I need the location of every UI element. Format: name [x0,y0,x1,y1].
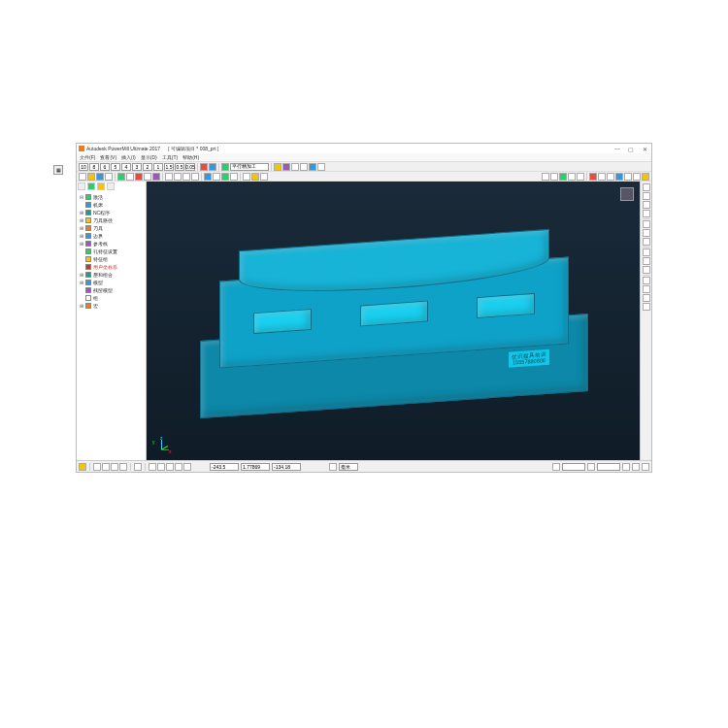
file-save-icon[interactable] [96,173,104,181]
print-icon[interactable] [105,173,113,181]
tree-toolpaths[interactable]: ⊞刀具路径 [79,216,144,224]
simulate-icon[interactable] [221,173,229,181]
view4-icon[interactable] [624,173,632,181]
leads-icon[interactable] [126,173,134,181]
wire-mode-icon[interactable] [643,257,650,265]
vm-icon-2[interactable] [102,463,110,471]
tb-num-5[interactable]: 3 [132,163,142,171]
viewcube[interactable] [620,187,634,201]
iso-view-icon[interactable] [643,183,650,191]
tb-icon-g[interactable] [300,163,308,171]
vm-icon-1[interactable] [93,463,101,471]
shade-mode-icon[interactable] [643,248,650,256]
tree-featuregroup[interactable]: 特征组 [79,255,144,263]
tree-tools[interactable]: ⊞刀具 [79,224,144,232]
menu-help[interactable]: 帮助(H) [182,154,200,160]
tree-macros[interactable]: ⊞宏 [79,302,144,310]
play-icon[interactable] [559,173,567,181]
accuracy-icon[interactable] [587,463,595,471]
vm-icon-3[interactable] [111,463,118,471]
tree-workplanes[interactable]: 用户坐标系 [79,263,144,271]
cm-icon-3[interactable] [166,463,174,471]
play-back-icon[interactable] [550,173,558,181]
sidebar-tab-2[interactable] [87,182,95,190]
tree-stockmodels[interactable]: 残留模型 [79,286,144,294]
unit-field[interactable]: 毫米 [339,463,358,471]
coord-y-field[interactable]: 1.77869 [241,463,270,471]
file-open-icon[interactable] [87,173,95,181]
acc-field[interactable] [597,463,620,471]
tb-num-2[interactable]: 6 [100,163,110,171]
cm-icon-2[interactable] [157,463,165,471]
tb-num-8[interactable]: 1.5 [164,163,174,171]
tool-vis-icon[interactable] [643,294,650,302]
tb-num-10[interactable]: 0.05 [185,163,195,171]
view2-icon[interactable] [607,173,614,181]
tree-groups[interactable]: 组 [79,294,144,302]
tb-num-4[interactable]: 4 [121,163,131,171]
play-start-icon[interactable] [542,173,549,181]
cm-icon-4[interactable] [175,463,182,471]
block-vis-icon[interactable] [643,277,650,284]
tb-num-9[interactable]: 0.5 [175,163,184,171]
zoom-in-icon[interactable] [643,229,650,237]
view1-icon[interactable] [598,173,606,181]
sidebar-tab-4[interactable] [107,182,115,190]
rapid-icon[interactable] [135,173,143,181]
tree-boundaries[interactable]: ⊞边界 [79,232,144,240]
tb-num-3[interactable]: 5 [111,163,120,171]
tb-icon-d[interactable] [274,163,281,171]
menu-file[interactable]: 文件(F) [79,154,96,160]
thickness-icon[interactable] [152,173,160,181]
zoom-icon[interactable] [182,173,190,181]
sidebar-tab-3[interactable] [97,182,105,190]
coord-x-field[interactable]: -243.5 [210,463,239,471]
tb-icon-i[interactable] [317,163,325,171]
view3-icon[interactable] [615,173,623,181]
tol-field[interactable] [562,463,585,471]
pan-icon[interactable] [174,173,182,181]
view5-icon[interactable] [633,173,641,181]
3d-viewport[interactable]: 优识模具培训 15557880808 z y x [147,182,640,460]
tree-machine[interactable]: 机床 [79,201,144,209]
menu-view[interactable]: 查看(V) [99,154,117,160]
tp-vis-icon[interactable] [643,303,650,311]
snap-icon[interactable] [134,463,142,471]
tree-nc[interactable]: ⊞NC程序 [79,209,144,216]
tb-icon-f[interactable] [291,163,299,171]
cm-icon-5[interactable] [183,463,191,471]
tree-models[interactable]: ⊞模型 [79,279,144,286]
maximize-button[interactable]: ▢ [626,145,636,152]
tree-featuresets[interactable]: 孔特征设置 [79,248,144,255]
tb-num-6[interactable]: 2 [143,163,152,171]
wireframe-icon[interactable] [213,173,220,181]
status-tool-icon[interactable] [79,463,86,471]
block-icon[interactable] [117,173,125,181]
close-button[interactable]: ✕ [640,145,649,152]
top-view-icon[interactable] [643,192,650,200]
menu-tools[interactable]: 工具(T) [161,154,179,160]
file-new-icon[interactable] [79,173,86,181]
menu-display[interactable]: 显示(D) [140,154,158,160]
tb-icon-b[interactable] [209,163,216,171]
unit-icon[interactable] [329,463,337,471]
tb-num-0[interactable]: 10 [79,163,88,171]
tb-icon-h[interactable] [309,163,316,171]
end-icon-1[interactable] [622,463,630,471]
measure-icon[interactable] [243,173,250,181]
coord-z-field[interactable]: -134.18 [272,463,301,471]
tree-patterns[interactable]: ⊞参考线 [79,240,144,248]
shade-icon[interactable] [204,173,212,181]
end-icon-2[interactable] [632,463,640,471]
tb-num-1[interactable]: 8 [89,163,99,171]
light-icon[interactable] [552,463,560,471]
tb-num-7[interactable]: 1 [153,163,163,171]
side-view-icon[interactable] [643,210,650,217]
info-icon[interactable] [251,173,259,181]
tool-axis-icon[interactable] [144,173,151,181]
view6-icon[interactable] [642,173,649,181]
play-fwd-icon[interactable] [568,173,576,181]
menu-insert[interactable]: 插入(I) [120,154,137,160]
minimize-button[interactable]: — [612,145,622,152]
hidden-icon[interactable] [643,266,650,274]
